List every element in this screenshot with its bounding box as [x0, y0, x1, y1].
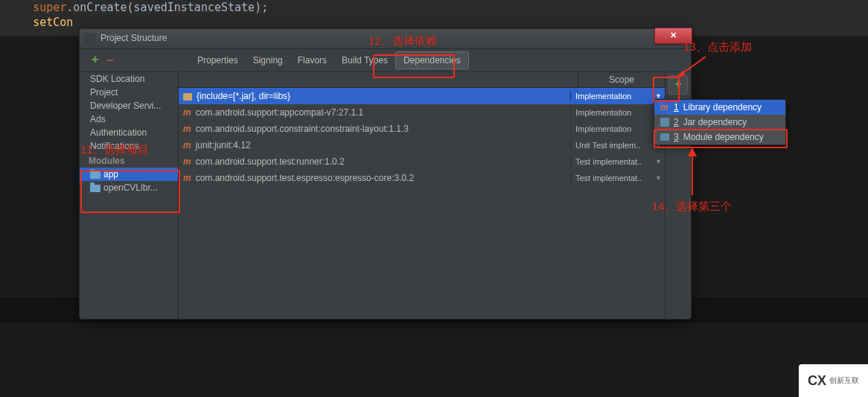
m-icon: m: [183, 124, 191, 134]
annotation-11: 11、选择项目: [80, 143, 149, 157]
scope-value: Implementation: [575, 108, 631, 117]
scope-value: Test implementat..: [575, 157, 642, 166]
m-icon: m: [660, 102, 669, 112]
sidebar-add-button[interactable]: +: [92, 53, 98, 69]
dependency-row[interactable]: mcom.android.support:appcompat-v7:27.1.1…: [179, 104, 665, 121]
sidebar-item-ads[interactable]: Ads: [80, 112, 178, 126]
dependency-name: com.android.support.test:runner:1.0.2: [196, 156, 345, 167]
dependency-name: com.android.support.test.espresso:espres…: [196, 173, 414, 183]
project-structure-dialog: Project Structure ✕ + − Properties Signi…: [79, 28, 692, 320]
popup-item-label: Module dependency: [683, 132, 764, 142]
sidebar-item-authentication[interactable]: Authentication: [80, 126, 178, 139]
dependency-row[interactable]: mjunit:junit:4.12Unit Test implem..▼: [179, 137, 665, 153]
annotation-13: 13、点击添加: [683, 40, 752, 54]
dependency-row[interactable]: {include=[*.jar], dir=libs}Implementatio…: [179, 88, 665, 104]
dependency-name: com.android.support:appcompat-v7:27.1.1: [196, 107, 363, 118]
dialog-title: Project Structure: [100, 33, 167, 43]
dependency-name: com.android.support.constraint:constrain…: [196, 124, 409, 134]
app-icon: [84, 33, 96, 45]
m-icon: m: [183, 156, 191, 167]
dependency-row[interactable]: mcom.android.support.test.espresso:espre…: [179, 170, 665, 186]
tab-properties[interactable]: Properties: [190, 52, 246, 69]
tab-dependencies[interactable]: Dependencies: [395, 51, 469, 69]
jar-icon: [660, 118, 669, 127]
scope-value: Unit Test implem..: [575, 141, 640, 150]
m-icon: m: [183, 140, 191, 150]
add-dependency-popup: m 1 Library dependency 2 Jar dependency …: [654, 99, 786, 145]
sidebar: SDK Location Project Developer Servi... …: [80, 72, 179, 319]
popup-item-label: Library dependency: [683, 102, 762, 112]
dependency-row[interactable]: mcom.android.support.test:runner:1.0.2Te…: [179, 153, 665, 170]
add-dependency-button[interactable]: +: [668, 75, 688, 95]
folder-icon: [90, 185, 100, 192]
column-header-scope: Scope: [578, 72, 665, 87]
sidebar-item-developer-services[interactable]: Developer Servi...: [80, 99, 178, 112]
dependency-row[interactable]: mcom.android.support.constraint:constrai…: [179, 121, 665, 137]
sidebar-module-opencv[interactable]: openCVLibr...: [80, 181, 178, 194]
popup-module-dependency[interactable]: 3 Module dependency: [654, 130, 785, 144]
tab-build-types[interactable]: Build Types: [334, 52, 395, 69]
dependency-name: {include=[*.jar], dir=libs}: [197, 91, 290, 101]
chevron-down-icon[interactable]: ▼: [655, 174, 662, 182]
tab-flavors[interactable]: Flavors: [290, 52, 334, 69]
popup-item-label: Jar dependency: [683, 117, 747, 127]
sidebar-item-project[interactable]: Project: [80, 86, 178, 99]
m-icon: m: [183, 173, 191, 183]
folder-icon: [90, 171, 100, 179]
sidebar-remove-button[interactable]: −: [106, 53, 114, 69]
sidebar-item-sdk-location[interactable]: SDK Location: [80, 72, 178, 86]
toolbar: + − Properties Signing Flavors Build Typ…: [80, 49, 691, 72]
annotation-14: 14、选择第三个: [652, 200, 732, 214]
watermark-logo: CX创新互联: [799, 364, 868, 397]
annotation-12: 12、选择依赖: [368, 34, 437, 48]
dependency-name: junit:junit:4.12: [196, 140, 251, 150]
dependencies-panel: Scope {include=[*.jar], dir=libs}Impleme…: [179, 72, 665, 319]
folder-icon: [183, 93, 192, 101]
popup-jar-dependency[interactable]: 2 Jar dependency: [654, 115, 785, 130]
chevron-down-icon[interactable]: ▼: [655, 158, 662, 165]
tabs: Properties Signing Flavors Build Types D…: [190, 49, 469, 72]
popup-library-dependency[interactable]: m 1 Library dependency: [654, 100, 785, 115]
scope-value: Test implementat..: [575, 174, 642, 182]
m-icon: m: [183, 107, 191, 118]
module-icon: [660, 133, 669, 141]
tab-signing[interactable]: Signing: [246, 52, 290, 69]
column-header-dependency: [179, 72, 578, 87]
scope-value: Implementation: [575, 92, 631, 101]
sidebar-module-app[interactable]: app: [80, 168, 178, 181]
scope-value: Implementation: [575, 124, 631, 133]
